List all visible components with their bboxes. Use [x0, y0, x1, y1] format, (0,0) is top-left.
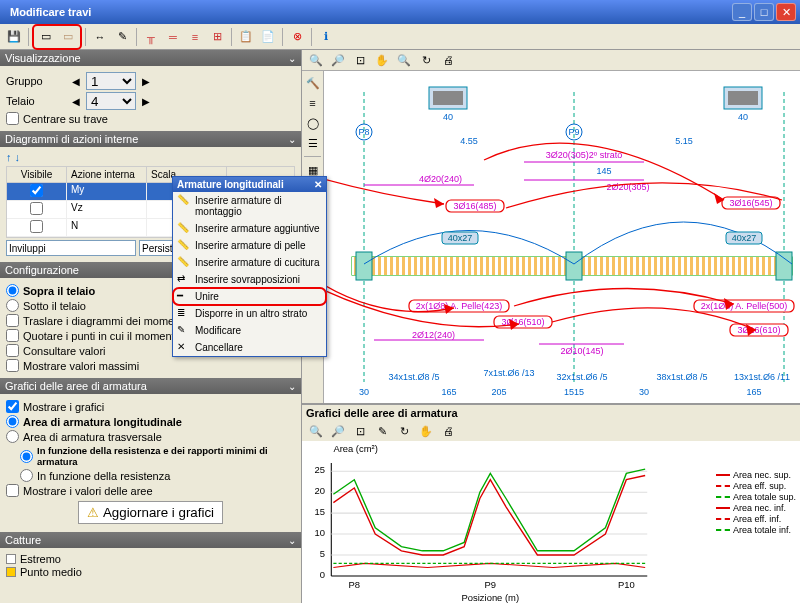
section-config-label: Configurazione — [5, 264, 79, 276]
bar-icon: 📏 — [177, 256, 191, 270]
section-grafaree[interactable]: Grafici delle aree di armatura⌄ — [0, 378, 301, 394]
funzres2-radio[interactable] — [20, 469, 33, 482]
section-diag[interactable]: Diagrammi di azioni interne⌄ — [0, 131, 301, 147]
refresh-icon[interactable]: ↻ — [416, 50, 436, 70]
vis-check-vz[interactable] — [30, 202, 43, 215]
traslare-check[interactable] — [6, 314, 19, 327]
svg-rect-11 — [728, 91, 758, 105]
window-title: Modificare travi — [4, 6, 730, 18]
tool-layers-icon[interactable]: ☰ — [304, 134, 322, 152]
svg-text:3Ø16(485): 3Ø16(485) — [453, 201, 496, 211]
tool-info[interactable]: ℹ — [316, 27, 336, 47]
ctx-inserire-sovrapposizioni[interactable]: ⇄Inserire sovrapposizioni — [173, 271, 326, 288]
tool-box-red[interactable]: ▭ — [36, 27, 56, 47]
chart-hand-icon[interactable]: ✋ — [416, 421, 436, 441]
chart-pen-icon[interactable]: ✎ — [372, 421, 392, 441]
gruppo-prev[interactable]: ◀ — [69, 73, 83, 89]
tool-report[interactable]: 📄 — [258, 27, 278, 47]
tool-beam1[interactable]: ═ — [163, 27, 183, 47]
aggiornare-button[interactable]: ⚠Aggiornare i grafici — [78, 501, 223, 524]
zoom-extents-icon[interactable]: ⊡ — [350, 50, 370, 70]
section-visual[interactable]: Visualizzazione⌄ — [0, 50, 301, 66]
catt-estremo[interactable]: Estremo — [20, 553, 61, 565]
arrow-up-icon[interactable]: ↑ — [6, 151, 12, 163]
arrow-down-icon[interactable]: ↓ — [15, 151, 21, 163]
save-icon[interactable]: 💾 — [4, 27, 24, 47]
tool-calc[interactable]: 📋 — [236, 27, 256, 47]
vis-check-my[interactable] — [30, 184, 43, 197]
funzres-radio[interactable] — [20, 450, 33, 463]
ctx-unire[interactable]: ━Unire — [173, 288, 326, 305]
tool-circle-icon[interactable]: ◯ — [304, 114, 322, 132]
section-grafaree-label: Grafici delle aree di armatura — [5, 380, 147, 392]
tool-beam2[interactable]: ≡ — [185, 27, 205, 47]
ctx-cancellare[interactable]: ✕Cancellare — [173, 339, 326, 356]
minimize-button[interactable]: _ — [732, 3, 752, 21]
ctx-inserire-montaggio[interactable]: 📏Inserire armature di montaggio — [173, 192, 326, 220]
ctx-modificare[interactable]: ✎Modificare — [173, 322, 326, 339]
close-button[interactable]: ✕ — [776, 3, 796, 21]
svg-text:7x1st.Ø6 /13: 7x1st.Ø6 /13 — [483, 368, 534, 378]
svg-text:165: 165 — [746, 387, 761, 397]
svg-text:40x27: 40x27 — [448, 233, 473, 243]
tool-bars-icon[interactable]: ≡ — [304, 94, 322, 112]
drawing-canvas[interactable]: P8 P9 40 40 4.55 5.15 4Ø20(240) 3Ø20(305… — [324, 71, 800, 403]
consultare-check[interactable] — [6, 344, 19, 357]
tool-stop[interactable]: ⊗ — [287, 27, 307, 47]
svg-text:Area (cm²): Area (cm²) — [333, 443, 377, 454]
ctx-inserire-cucitura[interactable]: 📏Inserire armature di cucitura — [173, 254, 326, 271]
tool-sect[interactable]: ╥ — [141, 27, 161, 47]
chart-zoomout-icon[interactable]: 🔎 — [328, 421, 348, 441]
telaio-prev[interactable]: ◀ — [69, 93, 83, 109]
chart-refresh-icon[interactable]: ↻ — [394, 421, 414, 441]
tool-hammer-icon[interactable]: 🔨 — [304, 74, 322, 92]
sotto-radio[interactable] — [6, 299, 19, 312]
print-icon[interactable]: 🖨 — [438, 50, 458, 70]
chart-zoom-icon[interactable]: 🔍 — [306, 421, 326, 441]
chart-area[interactable]: Area (cm²) 0 5 10 15 20 25 — [302, 441, 800, 603]
arealong-radio[interactable] — [6, 415, 19, 428]
centrare-check[interactable] — [6, 112, 19, 125]
centrare-label: Centrare su trave — [23, 113, 108, 125]
areatrasv-radio[interactable] — [6, 430, 19, 443]
quotare-check[interactable] — [6, 329, 19, 342]
svg-text:P8: P8 — [349, 579, 361, 590]
ctx-inserire-pelle[interactable]: 📏Inserire armature di pelle — [173, 237, 326, 254]
tool-dim[interactable]: ↔ — [90, 27, 110, 47]
col-azione: Azione interna — [67, 167, 147, 182]
col-visibile: Visibile — [7, 167, 67, 182]
edit-icon: ✎ — [177, 324, 191, 338]
arealong-label: Area di armatura longitudinale — [23, 416, 182, 428]
telaio-next[interactable]: ▶ — [139, 93, 153, 109]
svg-text:5.15: 5.15 — [675, 136, 693, 146]
inviluppi-input[interactable] — [6, 240, 136, 256]
svg-text:40x27: 40x27 — [732, 233, 757, 243]
ctx-inserire-aggiuntive[interactable]: 📏Inserire armature aggiuntive — [173, 220, 326, 237]
tool-box-tan[interactable]: ▭ — [58, 27, 78, 47]
svg-text:32x1st.Ø6 /5: 32x1st.Ø6 /5 — [556, 372, 607, 382]
section-catture[interactable]: Catture⌄ — [0, 532, 301, 548]
magnify-icon[interactable]: 🔍 — [394, 50, 414, 70]
mostraremax-check[interactable] — [6, 359, 19, 372]
gruppo-select[interactable]: 1 — [86, 72, 136, 90]
svg-text:205: 205 — [491, 387, 506, 397]
vis-check-n[interactable] — [30, 220, 43, 233]
gruppo-next[interactable]: ▶ — [139, 73, 153, 89]
pan-icon[interactable]: ✋ — [372, 50, 392, 70]
mostrare-check[interactable] — [6, 400, 19, 413]
maximize-button[interactable]: □ — [754, 3, 774, 21]
chart-extents-icon[interactable]: ⊡ — [350, 421, 370, 441]
ctx-disporre[interactable]: ≣Disporre in un altro strato — [173, 305, 326, 322]
sopra-radio[interactable] — [6, 284, 19, 297]
zoom-window-icon[interactable]: 🔍 — [306, 50, 326, 70]
bar-icon: 📏 — [177, 222, 191, 236]
telaio-select[interactable]: 4 — [86, 92, 136, 110]
svg-text:5: 5 — [320, 548, 325, 559]
tool-note[interactable]: ✎ — [112, 27, 132, 47]
mostrareval-check[interactable] — [6, 484, 19, 497]
chart-print-icon[interactable]: 🖨 — [438, 421, 458, 441]
tool-beam3[interactable]: ⊞ — [207, 27, 227, 47]
catt-puntomedio[interactable]: Punto medio — [20, 566, 82, 578]
ctxmenu-close-icon[interactable]: ✕ — [314, 179, 322, 190]
zoom-out-icon[interactable]: 🔎 — [328, 50, 348, 70]
